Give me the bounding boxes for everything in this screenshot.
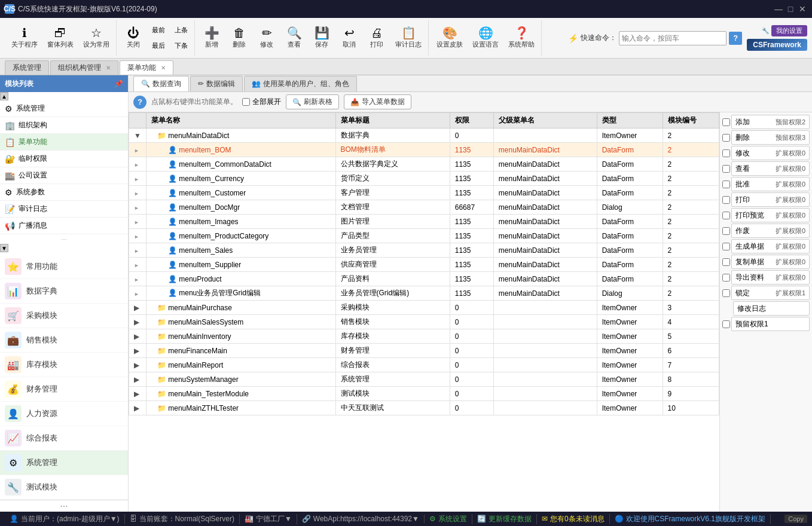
minimize-button[interactable]: — [774,4,783,14]
add-button[interactable]: ➕ 新增 [199,22,225,54]
save-button[interactable]: 💾 保存 [309,22,335,54]
table-row[interactable]: ▶📁 menuMain_TesterModule测试模块0ItemOwner9 [129,387,719,401]
table-row[interactable]: ►👤 menuItem_Customer客户管理1135menuMainData… [129,186,719,200]
help-circle-button[interactable]: ? [133,96,146,109]
expand-button[interactable]: ▶ [134,304,139,312]
skin-button[interactable]: 🎨 设置皮肤 [432,22,467,54]
language-button[interactable]: 🌐 设置语言 [468,22,503,54]
quick-help-button[interactable]: ? [729,32,742,45]
audit-button[interactable]: 📋 审计日志 [391,22,426,54]
sub-tab-users-roles[interactable]: 👥 使用菜单的用户、组、角色 [244,76,357,91]
expand-button[interactable]: ▼ [134,132,141,140]
table-row[interactable]: ►👤 menuItem_DocMgr文档管理66687menuMainDataD… [129,200,719,215]
pre-auth-right-button[interactable]: 预留权限1 [731,317,810,331]
copy-button[interactable]: Copy [784,515,807,523]
delete-button[interactable]: 🗑 删除 [226,22,252,54]
sidebar-item-orgArch[interactable]: 🏢 组织架构 [0,117,128,134]
expand-button[interactable]: ▶ [134,390,139,398]
module-item-report[interactable]: 📈 综合报表 [0,426,128,451]
expand-button[interactable]: ▶ [134,404,139,412]
window-list-button[interactable]: 🗗 窗体列表 [43,22,78,54]
expand-button[interactable]: ▶ [134,347,139,355]
full-expand-checkbox[interactable]: 全部展开 [242,97,281,107]
sidebar-pin-button[interactable]: 📌 [114,79,123,88]
export-right-button[interactable]: 导出资料 扩展权限0 [731,270,810,285]
lock-right-button[interactable]: 锁定 扩展权限1 [731,286,810,300]
table-row[interactable]: ►👤 menuItem_Supplier供应商管理1135menuMainDat… [129,258,719,272]
expand-button[interactable]: ▶ [134,332,139,341]
table-row[interactable]: ▶📁 menuMainSalesSystem销售模块0ItemOwner4 [129,315,719,329]
sidebar-item-menuFunc[interactable]: 📋 菜单功能 [0,134,128,151]
about-button[interactable]: ℹ 关于程序 [7,22,42,54]
lock-check[interactable] [722,289,730,297]
expand-button[interactable]: ▶ [134,361,139,369]
tab-org-manage[interactable]: 组织机构管理 ✕ [50,60,118,75]
table-row[interactable]: ▼📁 menuMainDataDict数据字典0ItemOwner2 [129,129,719,143]
modify-right-button[interactable]: 修改 扩展权限0 [731,146,810,160]
more-items[interactable]: ··· [0,234,128,244]
module-item-commonFunc[interactable]: ⭐ 常用功能 [0,255,128,279]
approve-check[interactable] [722,181,730,188]
table-row[interactable]: ►👤 menu业务员管理Grid编辑业务员管理(Grid编辑)1135menuM… [129,286,719,301]
add-check[interactable] [722,118,730,126]
full-expand-check[interactable] [242,98,250,106]
gen-new-check[interactable] [722,243,730,250]
query-button[interactable]: 🔍 查看 [281,22,307,54]
module-item-purchase[interactable]: 🛒 采购模块 [0,304,128,328]
import-menu-button[interactable]: 📥 导入菜单数据 [344,94,411,109]
module-item-hr[interactable]: 👤 人力资源 [0,402,128,426]
print-preview-right-button[interactable]: 打印预览 扩展权限0 [731,208,810,222]
first-record-button[interactable]: 最前 [148,23,169,38]
approve-right-button[interactable]: 批准 扩展权限0 [731,177,810,191]
export-check[interactable] [722,274,730,282]
print-check[interactable] [722,196,730,204]
sidebar-item-compSettings[interactable]: 🏬 公司设置 [0,167,128,184]
scrap-right-button[interactable]: 作废 扩展权限0 [731,224,810,238]
close-button[interactable]: ✕ [798,4,807,14]
prev-record-button[interactable]: 上条 [170,23,192,38]
table-row[interactable]: ▶📁 menuFinanceMain财务管理0ItemOwner6 [129,344,719,358]
sidebar-item-broadcast[interactable]: 📢 广播消息 [0,218,128,234]
copy-new-right-button[interactable]: 复制单据 扩展权限0 [731,255,810,269]
sidebar-item-auditLog[interactable]: 📝 审计日志 [0,201,128,218]
sidebar-more[interactable]: ··· [0,500,128,512]
print-preview-check[interactable] [722,212,730,219]
my-settings-button[interactable]: 我的设置 [771,25,807,36]
table-row[interactable]: ►👤 menuProduct产品资料1135menuMainDataDictDa… [129,272,719,286]
sidebar-scroll-down[interactable]: ▼ [0,244,8,252]
scrap-check[interactable] [722,227,730,235]
delete-right-button[interactable]: 删除 预留权限3 [731,130,810,145]
set-common-button[interactable]: ☆ 设为常用 [79,22,114,54]
quick-cmd-input[interactable] [619,31,726,45]
table-row[interactable]: ▶📁 menuMainReport综合报表0ItemOwner7 [129,358,719,372]
table-row[interactable]: ►👤 menuItem_BOMBOM物料清单1135menuMainDataDi… [129,143,719,157]
module-item-sysManage[interactable]: ⚙ 系统管理 [0,451,128,475]
module-item-dataDict[interactable]: 📊 数据字典 [0,279,128,304]
modify-log-right-button[interactable]: 修改日志 [733,301,810,316]
expand-button[interactable]: ▶ [134,318,139,326]
modify-button[interactable]: ✏ 修改 [254,22,280,54]
sidebar-item-tempAuth[interactable]: 🔐 临时权限 [0,151,128,167]
tab-close-icon[interactable]: ✕ [106,65,111,71]
tab-sys-manage[interactable]: 系统管理 [5,60,49,75]
last-record-button[interactable]: 最后 [148,39,169,53]
table-row[interactable]: ▶📁 menuMainPurchase采购模块0ItemOwner3 [129,301,719,315]
expand-button[interactable]: ▶ [134,375,139,384]
print-button[interactable]: 🖨 打印 [364,22,390,54]
close-form-button[interactable]: ⏻ 关闭 [120,22,146,54]
add-right-button[interactable]: 添加 预留权限2 [731,115,810,129]
sub-tab-data-query[interactable]: 🔍 数据查询 [133,76,189,91]
module-item-finance[interactable]: 💰 财务管理 [0,377,128,402]
sub-tab-data-edit[interactable]: ✏ 数据编辑 [190,76,243,91]
maximize-button[interactable]: □ [786,4,795,14]
delete-check[interactable] [722,134,730,142]
module-item-sales[interactable]: 💼 销售模块 [0,328,128,353]
sidebar-scroll-up[interactable]: ▲ [0,92,8,100]
sidebar-item-sysParams[interactable]: ⚙ 系统参数 [0,184,128,201]
table-row[interactable]: ►👤 menuItem_Currency货币定义1135menuMainData… [129,172,719,186]
module-item-testModule[interactable]: 🔧 测试模块 [0,475,128,500]
module-item-inventory[interactable]: 🏭 库存模块 [0,353,128,377]
copy-new-check[interactable] [722,258,730,266]
tab-close-icon[interactable]: ✕ [161,65,166,71]
next-record-button[interactable]: 下条 [170,39,192,53]
